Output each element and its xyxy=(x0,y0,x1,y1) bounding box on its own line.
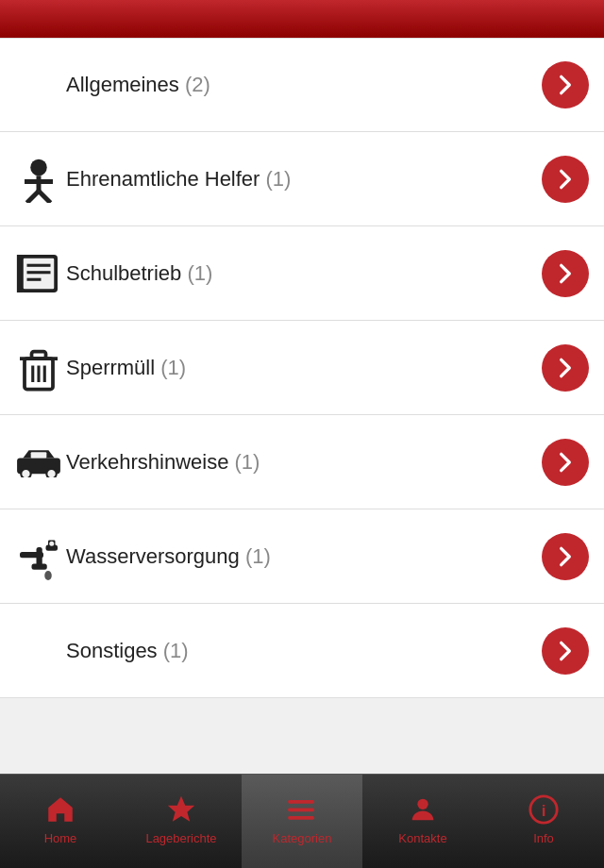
svg-rect-31 xyxy=(290,809,314,812)
svg-rect-24 xyxy=(32,563,47,569)
svg-rect-30 xyxy=(290,800,314,804)
item-label-verkehr: Verkehrshinweise (1) xyxy=(62,450,542,475)
svg-point-35 xyxy=(288,816,292,820)
arrow-button-sperrmuell[interactable] xyxy=(542,344,589,392)
kontakte-tab-icon xyxy=(407,792,439,827)
svg-point-33 xyxy=(288,800,292,804)
item-label-allgemeines: Allgemeines (2) xyxy=(62,73,542,97)
item-label-sonstiges: Sonstiges (1) xyxy=(62,639,542,663)
list-item-allgemeines[interactable]: Allgemeines (2) xyxy=(0,38,604,132)
page-header xyxy=(0,0,604,38)
tab-kategorien[interactable]: Kategorien xyxy=(242,775,362,868)
kategorien-tab-label: Kategorien xyxy=(273,831,332,845)
svg-point-27 xyxy=(49,541,54,545)
tab-bar: Home Lageberichte Kategorien Kontakte i … xyxy=(0,774,604,868)
svg-point-0 xyxy=(30,159,47,175)
category-list: Allgemeines (2) Ehrenamtliche Helfer (1) xyxy=(0,38,604,774)
svg-point-20 xyxy=(46,469,56,477)
tab-lageberichte[interactable]: Lageberichte xyxy=(121,775,242,868)
svg-rect-14 xyxy=(32,351,46,359)
svg-point-28 xyxy=(44,571,52,580)
faucet-icon xyxy=(15,533,62,580)
svg-rect-21 xyxy=(31,452,47,458)
list-item-sperrmuell[interactable]: Sperrmüll (1) xyxy=(0,321,604,415)
svg-rect-32 xyxy=(290,816,314,820)
arrow-button-wasser[interactable] xyxy=(542,533,589,580)
lageberichte-tab-icon xyxy=(165,792,197,827)
person-icon xyxy=(15,156,62,203)
svg-point-34 xyxy=(288,808,292,811)
list-item-sonstiges[interactable]: Sonstiges (1) xyxy=(0,604,604,698)
item-label-schulbetrieb: Schulbetrieb (1) xyxy=(62,261,542,286)
tab-info[interactable]: i Info xyxy=(483,775,604,868)
arrow-button-schulbetrieb[interactable] xyxy=(542,250,589,297)
kategorien-tab-icon xyxy=(286,792,318,827)
home-tab-icon xyxy=(44,792,76,827)
arrow-button-verkehr[interactable] xyxy=(542,439,589,486)
item-label-sperrmuell: Sperrmüll (1) xyxy=(62,356,542,380)
kontakte-tab-label: Kontakte xyxy=(398,831,446,845)
list-item-wasser[interactable]: Wasserversorgung (1) xyxy=(0,509,604,604)
info-tab-label: Info xyxy=(533,831,554,845)
svg-text:i: i xyxy=(542,802,546,820)
arrow-button-sonstiges[interactable] xyxy=(542,627,589,675)
info-tab-icon: i xyxy=(528,792,560,827)
svg-line-3 xyxy=(27,191,40,203)
svg-line-4 xyxy=(39,191,51,203)
item-label-wasser: Wasserversorgung (1) xyxy=(62,544,542,569)
item-label-ehrenamtliche: Ehrenamtliche Helfer (1) xyxy=(62,167,542,192)
list-item-schulbetrieb[interactable]: Schulbetrieb (1) xyxy=(0,226,604,321)
home-tab-label: Home xyxy=(44,831,77,845)
arrow-button-allgemeines[interactable] xyxy=(542,61,589,108)
lageberichte-tab-label: Lageberichte xyxy=(145,831,216,845)
list-item-ehrenamtliche[interactable]: Ehrenamtliche Helfer (1) xyxy=(0,132,604,226)
book-icon xyxy=(15,250,62,297)
svg-point-36 xyxy=(417,799,428,810)
arrow-button-ehrenamtliche[interactable] xyxy=(542,156,589,203)
trash-icon xyxy=(15,344,62,392)
tab-home[interactable]: Home xyxy=(0,775,121,868)
car-icon xyxy=(15,446,62,477)
tab-kontakte[interactable]: Kontakte xyxy=(362,775,483,868)
svg-point-19 xyxy=(21,469,30,477)
svg-marker-29 xyxy=(168,796,194,822)
list-item-verkehr[interactable]: Verkehrshinweise (1) xyxy=(0,415,604,509)
